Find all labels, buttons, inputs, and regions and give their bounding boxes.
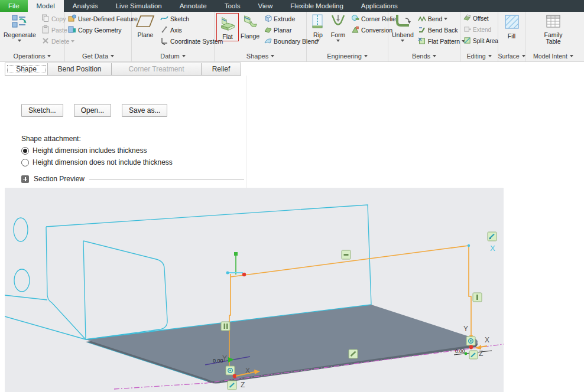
sketch-button[interactable]: Sketch [159,13,223,24]
rip-icon [310,14,326,31]
ribbon-group-datum: Plane Sketch Axis [132,12,215,61]
bends-group-button[interactable]: Bends [388,52,460,61]
split-area-button[interactable]: Split Area [462,35,498,47]
dashboard-tab-shape[interactable]: Shape [5,63,48,75]
model-view[interactable]: X Y 0.00 X Z Y X [5,188,504,392]
dashboard-tab-corner-treatment: Corner Treatment [112,63,202,75]
section-preview-expander-icon[interactable] [21,175,29,183]
delete-icon [41,37,50,46]
tab-tools[interactable]: Tools [216,0,249,12]
flat-pattern-label: Flat Pattern [428,38,460,45]
tab-analysis[interactable]: Analysis [64,0,107,12]
get-data-group-caret [111,55,114,57]
model-intent-group-button[interactable]: Model Intent [525,52,581,61]
tab-annotate[interactable]: Annotate [171,0,216,12]
bends-group-label: Bends [412,53,430,60]
right-edit-handle[interactable] [469,351,478,359]
flat-pattern-button[interactable]: Flat Pattern [417,35,465,47]
flange-button[interactable]: Flange [239,13,261,40]
origin-y-cap [234,252,238,256]
flat-icon [219,14,236,33]
offset-button[interactable]: Offset [462,13,498,24]
surface-group-button[interactable]: Surface [498,52,525,61]
sketch-shape-button[interactable]: Sketch... [21,104,63,117]
bend-back-button[interactable]: Bend Back [417,24,465,35]
datum-group-button[interactable]: Datum [132,52,214,61]
regenerate-label: Regenerate [4,32,36,38]
offset-label: Offset [473,15,489,22]
left-edit-handle[interactable] [228,381,236,390]
tab-view[interactable]: View [249,0,282,12]
dashboard-tab-bend-position[interactable]: Bend Position [48,63,112,75]
tab-flexible-modeling[interactable]: Flexible Modeling [281,0,352,12]
bend-dropdown-caret [444,18,447,20]
datum-group-caret [182,55,186,57]
coordinate-system-button[interactable]: Coordinate System [159,35,223,47]
user-defined-feature-button[interactable]: User-Defined Feature [67,13,138,24]
rip-button[interactable]: Rip [309,13,327,43]
open-shape-button[interactable]: Open... [74,104,111,117]
radio-option1-label: Height dimension includes thickness [33,146,147,155]
tab-model[interactable]: Model [28,0,64,12]
bends-group-caret [433,55,436,57]
engineering-group-label: Engineering [327,53,362,60]
copy-geometry-button[interactable]: Copy Geometry [67,24,138,35]
radio-height-excludes-thickness[interactable]: Height dimension does not include thickn… [21,158,173,166]
axis-label: Axis [170,27,182,34]
copy-label: Copy [51,15,66,22]
radio-selected-icon[interactable] [21,147,29,155]
fill-button[interactable]: Fill [502,13,522,40]
planar-label: Planar [274,27,291,34]
angle-drag-handle-plate[interactable] [349,349,358,358]
plate-top-face[interactable] [86,305,478,381]
sketch-origin-triad [226,252,246,276]
radio-unselected-icon[interactable] [21,159,29,166]
regenerate-button[interactable]: Regenerate [2,13,38,43]
tab-applications[interactable]: Applications [352,0,407,12]
regenerate-icon [11,14,28,31]
plane-button[interactable]: Plane [134,13,157,39]
wireframe-top-edge [46,205,371,305]
width-drag-handle-left[interactable] [221,322,230,331]
ribbon-group-shapes: Flat Flange [215,12,307,61]
bend-icon [418,14,426,24]
tab-file[interactable]: File [0,0,28,12]
tab-live-simulation[interactable]: Live Simulation [107,0,171,12]
bend-label: Bend [428,15,443,22]
flat-button[interactable]: Flat [216,13,239,41]
left-dim-value[interactable]: 0.00 [213,358,223,364]
family-table-icon [545,14,562,31]
flange-label: Flange [241,33,259,40]
axis-button[interactable]: Axis [159,24,223,35]
graphics-area[interactable]: X Y 0.00 X Z Y X [5,188,504,392]
bend-button[interactable]: Bend [417,13,465,24]
radio-height-includes-thickness[interactable]: Height dimension includes thickness [21,146,173,155]
width-drag-handle-top[interactable] [342,250,351,259]
family-table-button[interactable]: Family Table [537,13,570,45]
unbend-dropdown-caret [401,40,404,42]
engineering-group-button[interactable]: Engineering [307,52,388,61]
edit-sketch-handle-topright[interactable] [488,232,497,241]
detach-marker-x[interactable]: X [490,244,495,253]
left-anchor-handle[interactable] [226,366,235,375]
ribbon-group-editing: Offset Extend [460,12,498,61]
user-defined-feature-icon [68,14,76,24]
right-anchor-handle[interactable] [466,337,475,345]
shapes-group-button[interactable]: Shapes [215,52,306,61]
dashboard-tab-relief[interactable]: Relief [202,63,241,75]
form-dropdown-caret [336,40,340,42]
unbend-button[interactable]: Unbend [390,13,416,43]
height-drag-handle-right[interactable] [473,293,482,302]
wall-right-edge[interactable] [469,246,471,337]
conversion-icon [351,25,359,35]
operations-group-button[interactable]: Operations [0,52,64,61]
right-dim-value[interactable]: 0.00 [455,348,465,354]
editing-group-button[interactable]: Editing [460,52,498,61]
datum-group-label: Datum [160,53,179,60]
section-preview-label: Section Preview [34,175,85,183]
right-attach-point[interactable] [469,345,473,349]
get-data-group-button[interactable]: Get Data [65,52,131,61]
save-as-shape-button[interactable]: Save as... [122,104,167,117]
form-button[interactable]: Form [327,13,349,43]
origin-point[interactable] [242,273,246,276]
